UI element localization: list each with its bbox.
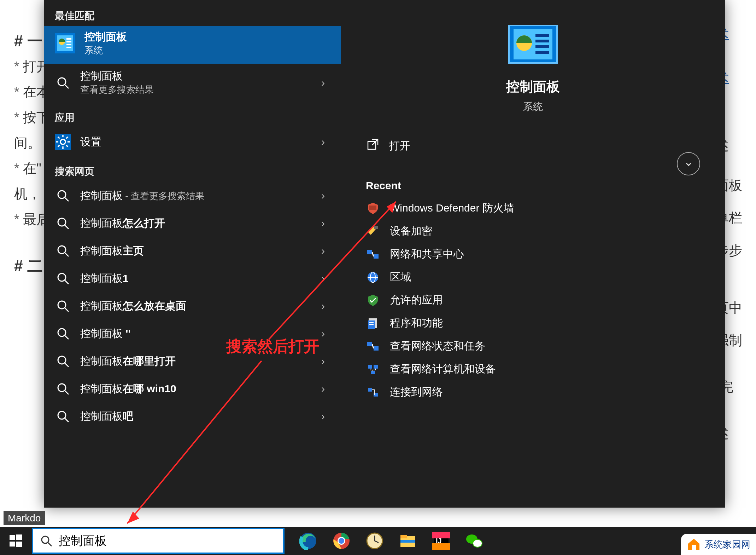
web-result-2[interactable]: 控制面板主页 xyxy=(44,237,341,265)
svg-line-14 xyxy=(66,145,68,147)
taskbar-preview-label: Markdo xyxy=(4,511,45,525)
web-header: 搜索网页 xyxy=(44,156,341,182)
control-panel-icon xyxy=(55,33,75,53)
search-icon xyxy=(55,408,71,424)
taskbar: Markdo IJ xyxy=(0,527,756,555)
svg-rect-38 xyxy=(535,40,549,42)
svg-line-16 xyxy=(66,137,68,139)
web-result-label: 控制面板主页 xyxy=(80,244,307,258)
svg-point-17 xyxy=(58,191,66,198)
watermark-icon xyxy=(687,537,701,551)
web-result-4[interactable]: 控制面板怎么放在桌面 xyxy=(44,292,341,320)
best-match-title: 控制面板 xyxy=(84,30,127,44)
search-icon xyxy=(55,243,71,259)
search-icon xyxy=(55,353,71,369)
web-result-label: 控制面板怎么放在桌面 xyxy=(80,299,307,313)
open-action[interactable]: 打开 xyxy=(341,128,725,164)
see-more-results[interactable]: 控制面板 查看更多搜索结果 xyxy=(44,64,341,102)
svg-line-47 xyxy=(372,252,374,256)
svg-rect-45 xyxy=(367,250,372,254)
svg-point-33 xyxy=(58,411,66,419)
best-match-item[interactable]: 控制面板 系统 xyxy=(44,26,341,64)
svg-line-13 xyxy=(58,137,60,139)
taskbar-edge[interactable] xyxy=(299,531,318,550)
chevron-down-icon xyxy=(677,152,700,175)
search-icon xyxy=(55,270,71,287)
recent-item-label: 查看网络状态和任务 xyxy=(390,339,485,353)
best-match-subtitle: 系统 xyxy=(84,44,127,57)
recent-item-icon xyxy=(366,247,380,261)
recent-item-1[interactable]: 设备加密 xyxy=(341,220,725,243)
svg-line-22 xyxy=(65,253,69,256)
svg-point-23 xyxy=(58,273,66,281)
recent-item-icon xyxy=(366,270,380,284)
recent-item-label: 程序和功能 xyxy=(390,316,443,330)
svg-point-29 xyxy=(58,356,66,364)
svg-rect-81 xyxy=(400,535,407,538)
web-result-label: 控制面板怎么打开 xyxy=(80,216,307,230)
svg-rect-3 xyxy=(66,41,71,42)
recent-item-icon xyxy=(366,224,380,238)
recent-item-7[interactable]: 查看网络计算机和设备 xyxy=(341,358,725,381)
web-result-3[interactable]: 控制面板1 xyxy=(44,265,341,292)
svg-rect-61 xyxy=(368,388,372,392)
watermark-text: 系统家园网 xyxy=(704,538,750,551)
taskbar-chrome[interactable] xyxy=(332,531,351,550)
chevron-right-icon xyxy=(316,190,330,202)
svg-line-7 xyxy=(65,85,69,88)
svg-rect-40 xyxy=(535,51,549,54)
search-icon xyxy=(55,215,71,231)
recent-item-icon xyxy=(366,362,380,376)
svg-point-21 xyxy=(58,246,66,254)
svg-rect-54 xyxy=(369,324,374,325)
svg-rect-89 xyxy=(692,545,696,550)
start-button[interactable] xyxy=(0,527,32,555)
svg-line-18 xyxy=(65,198,69,201)
svg-point-88 xyxy=(473,539,482,547)
detail-title: 控制面板 xyxy=(506,78,560,96)
taskbar-searchbox[interactable] xyxy=(32,528,285,554)
svg-rect-37 xyxy=(535,34,549,37)
svg-rect-59 xyxy=(374,365,378,369)
chevron-right-icon xyxy=(316,272,330,284)
web-result-0[interactable]: 控制面板 - 查看更多搜索结果 xyxy=(44,182,341,209)
svg-line-15 xyxy=(58,145,60,147)
recent-item-label: 允许的应用 xyxy=(390,293,443,307)
recent-item-8[interactable]: 连接到网络 xyxy=(341,381,725,404)
svg-point-6 xyxy=(58,78,66,86)
taskbar-wechat[interactable] xyxy=(465,531,484,550)
svg-rect-53 xyxy=(369,322,374,323)
recent-item-5[interactable]: 程序和功能 xyxy=(341,312,725,335)
svg-line-28 xyxy=(65,336,69,339)
recent-item-label: 设备加密 xyxy=(390,224,432,238)
svg-rect-68 xyxy=(16,534,22,540)
taskbar-clock[interactable] xyxy=(365,531,384,550)
recent-item-4[interactable]: 允许的应用 xyxy=(341,289,725,312)
recent-item-2[interactable]: 网络和共享中心 xyxy=(341,243,725,266)
best-match-header: 最佳匹配 xyxy=(44,0,341,26)
web-result-5[interactable]: 控制面板 '' xyxy=(44,320,341,347)
app-settings[interactable]: 设置 xyxy=(44,128,341,156)
web-result-6[interactable]: 控制面板在哪里打开 xyxy=(44,347,341,375)
svg-rect-58 xyxy=(368,365,372,369)
svg-line-42 xyxy=(372,139,378,145)
web-result-1[interactable]: 控制面板怎么打开 xyxy=(44,209,341,237)
taskbar-file-explorer[interactable] xyxy=(398,531,417,550)
taskbar-intellij[interactable]: IJ xyxy=(432,531,451,550)
chevron-right-icon xyxy=(316,410,330,422)
svg-line-32 xyxy=(65,391,69,394)
app-settings-label: 设置 xyxy=(80,135,307,149)
chevron-right-icon xyxy=(316,77,330,89)
recent-item-0[interactable]: Windows Defender 防火墙 xyxy=(341,197,725,220)
recent-item-6[interactable]: 查看网络状态和任务 xyxy=(341,335,725,358)
web-result-label: 控制面板在哪里打开 xyxy=(80,354,307,368)
recent-item-3[interactable]: 区域 xyxy=(341,266,725,289)
svg-rect-55 xyxy=(367,342,372,346)
svg-rect-4 xyxy=(66,44,71,45)
web-result-7[interactable]: 控制面板在哪 win10 xyxy=(44,375,341,403)
recent-header: Recent xyxy=(341,164,725,197)
taskbar-search-input[interactable] xyxy=(59,534,276,548)
web-result-8[interactable]: 控制面板吧 xyxy=(44,403,341,430)
svg-rect-43 xyxy=(369,206,376,210)
web-result-label: 控制面板 '' xyxy=(80,327,307,340)
